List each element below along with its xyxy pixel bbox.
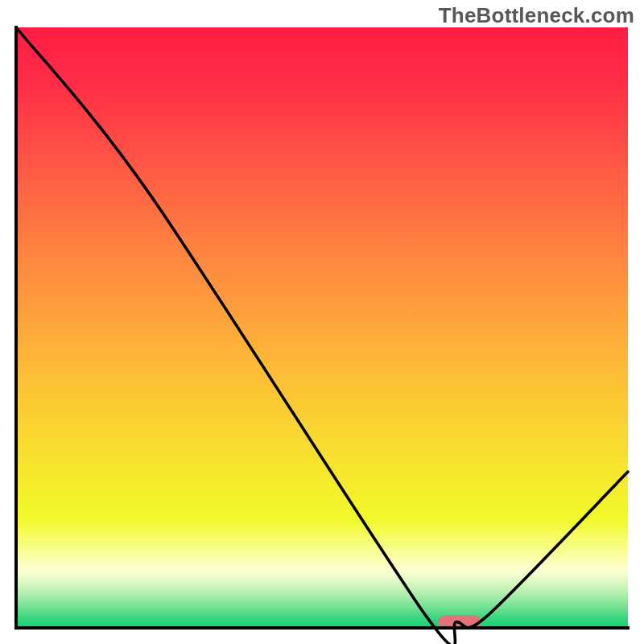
bottleneck-chart (0, 0, 644, 644)
chart-background (16, 27, 628, 628)
chart-container: TheBottleneck.com (0, 0, 644, 644)
watermark-text: TheBottleneck.com (439, 3, 634, 28)
